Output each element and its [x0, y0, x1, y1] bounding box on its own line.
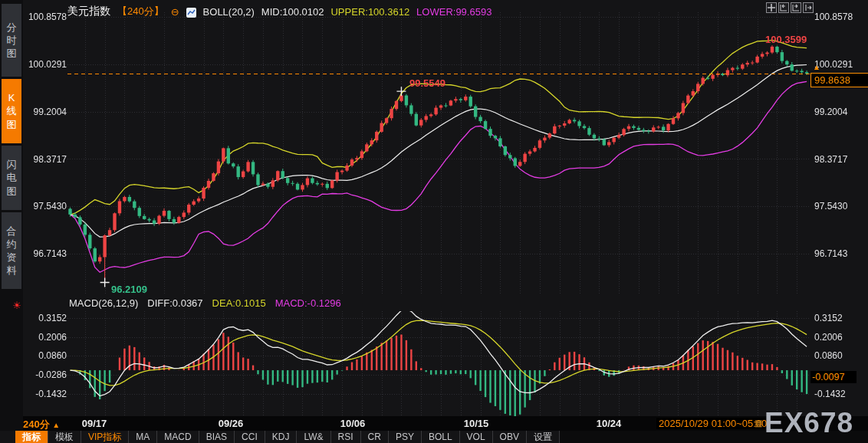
toolbar-item-2[interactable]: VIP指标: [81, 431, 129, 443]
current-price-badge: 99.8638: [810, 73, 868, 87]
toolbar-item-6[interactable]: CCI: [235, 431, 265, 443]
macd-y-label-right: 0.2006: [814, 332, 843, 343]
macd-y-label-right: 0.3152: [814, 313, 843, 323]
boll-indicator-label: BOLL(20,2): [203, 6, 255, 18]
toolbar-item-5[interactable]: BIAS: [199, 431, 235, 443]
sidebar-tab-label: 合约资料: [6, 225, 18, 277]
main-y-label-left: 96.7143: [23, 248, 67, 259]
sidebar-tab-0[interactable]: 分时图: [2, 4, 21, 77]
price-up-arrow-icon: ▲: [813, 63, 820, 71]
macd-current-badge: -0.0097: [810, 371, 856, 383]
macd-value: MACD:-0.1296: [275, 297, 341, 309]
period-selector-label: 240分: [23, 418, 50, 430]
last-bar-time-label: 2025/10/29 01:00~05:00: [656, 418, 769, 429]
toolbar-item-11[interactable]: PSY: [389, 431, 422, 443]
scale-right-icon[interactable]: [791, 2, 801, 13]
period-label[interactable]: 【240分】: [117, 5, 164, 18]
x-axis-date: 10/15: [453, 418, 499, 429]
sidebar-tab-3[interactable]: 合约资料: [2, 212, 21, 289]
main-y-label-right: 96.7143: [814, 248, 847, 259]
annotation-swing-high: 99.5549: [409, 77, 446, 89]
macd-y-label-right: -0.1432: [814, 389, 846, 399]
toolbar-item-7[interactable]: KDJ: [265, 431, 298, 443]
x-axis-date: 09/26: [208, 418, 254, 429]
sidebar-tab-1[interactable]: K线图: [2, 79, 21, 143]
macd-y-label-left: -0.0286: [23, 369, 67, 380]
crosshair-icon[interactable]: [766, 2, 777, 13]
boll-mid-value: MID:100.0102: [261, 6, 324, 18]
line-chart-icon: [186, 8, 196, 18]
toolbar-item-15[interactable]: 设置: [527, 431, 560, 443]
main-y-label-left: 97.5430: [23, 201, 67, 212]
x-axis-date: 09/17: [71, 418, 117, 429]
macd-y-label-left: 0.2006: [23, 332, 67, 343]
annotation-high: 100.3599: [765, 34, 807, 45]
macd-y-label-right: 0.0860: [814, 350, 843, 361]
scale-left-icon[interactable]: [778, 2, 789, 13]
period-selector-arrow-icon: ▲: [52, 421, 60, 429]
main-y-label-left: 99.2004: [23, 107, 67, 117]
price-chart-canvas[interactable]: [0, 0, 868, 443]
macd-dea-value: DEA:0.1015: [212, 297, 266, 309]
boll-lower-value: LOWER:99.6593: [416, 6, 492, 18]
toolbar-item-13[interactable]: VOL: [460, 431, 493, 443]
boll-upper-value: UPPER:100.3612: [330, 6, 409, 18]
macd-y-label-left: 0.0860: [23, 350, 67, 361]
macd-diff-value: DIFF:0.0367: [147, 297, 202, 309]
trading-app-window: 分时图K线图闪电图合约资料 ☀ 美元指数 【240分】 ⊖ BOLL(20,2)…: [0, 0, 868, 443]
main-y-label-right: 98.3717: [814, 154, 847, 165]
toolbar-item-4[interactable]: MACD: [157, 431, 199, 443]
toolbar-item-8[interactable]: LW&: [297, 431, 330, 443]
main-y-label-left: 100.0291: [23, 59, 67, 70]
toolbar-item-9[interactable]: RSI: [331, 431, 361, 443]
period-selector[interactable]: 240分 ▲: [23, 418, 60, 432]
main-y-label-left: 100.8578: [23, 11, 67, 22]
exit-right-icon[interactable]: [803, 2, 814, 13]
macd-header: MACD(26,12,9) DIFF:0.0367 DEA:0.1015 MAC…: [69, 297, 341, 309]
main-y-label-right: 100.8578: [814, 11, 853, 22]
annotation-low: 96.2109: [111, 284, 147, 295]
toolbar-item-10[interactable]: CR: [361, 431, 389, 443]
macd-params-label: MACD(26,12,9): [69, 297, 138, 309]
x-axis-date: 10/06: [330, 418, 376, 429]
list-icon: ≣: [755, 418, 763, 429]
chart-controls: [766, 2, 814, 13]
x-axis-date: 10/24: [586, 418, 632, 429]
marker-sun-icon[interactable]: ☀: [12, 300, 21, 311]
main-y-label-right: 97.5430: [814, 201, 847, 212]
main-y-label-right: 99.2004: [814, 107, 847, 117]
chart-type-sidebar: 分时图K线图闪电图合约资料: [0, 0, 23, 431]
toolbar-item-14[interactable]: OBV: [493, 431, 527, 443]
toolbar-item-3[interactable]: MA: [129, 431, 157, 443]
toolbar-item-1[interactable]: 模板: [48, 431, 81, 443]
sidebar-tab-2[interactable]: 闪电图: [2, 146, 21, 210]
toolbar-item-12[interactable]: BOLL: [422, 431, 460, 443]
sidebar-tab-label: 分时图: [6, 21, 18, 60]
sidebar-tab-label: 闪电图: [6, 158, 18, 197]
macd-y-label-left: 0.3152: [23, 313, 67, 323]
indicator-toolbar: 指标模板VIP指标MAMACDBIASCCIKDJLW&RSICRPSYBOLL…: [15, 431, 868, 443]
collapse-circle-icon[interactable]: ⊖: [171, 6, 179, 18]
sidebar-tab-label: K线图: [6, 91, 18, 130]
macd-y-label-left: -0.1432: [23, 389, 67, 399]
toolbar-item-0[interactable]: 指标: [15, 431, 48, 443]
main-y-label-left: 98.3717: [23, 154, 67, 165]
symbol-name: 美元指数: [67, 5, 110, 18]
chart-header: 美元指数 【240分】 ⊖ BOLL(20,2) MID:100.0102 UP…: [67, 5, 492, 18]
